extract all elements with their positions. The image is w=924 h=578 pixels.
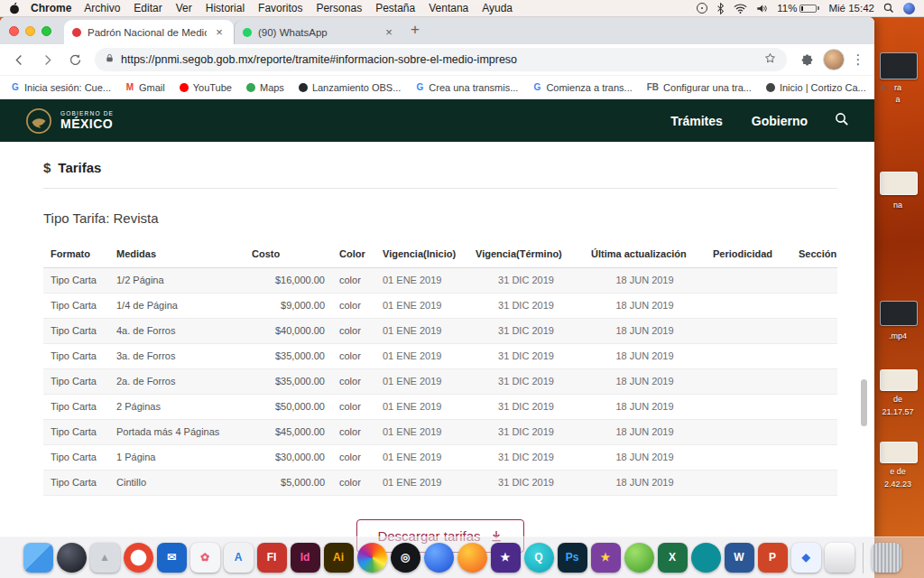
- menubar-item[interactable]: Editar: [134, 2, 162, 14]
- dock-icon-flash[interactable]: Fl: [257, 543, 287, 573]
- new-tab-button[interactable]: +: [403, 19, 427, 42]
- table-row[interactable]: Tipo Carta1/4 de Página$9,000.00color01 …: [43, 294, 837, 319]
- menubar-item[interactable]: Archivo: [84, 2, 120, 14]
- bookmark-item[interactable]: FBConfigurar una tra...: [647, 82, 752, 93]
- table-row[interactable]: Tipo CartaCintillo$5,000.00color01 ENE 2…: [43, 471, 837, 496]
- extensions-puzzle-icon[interactable]: [795, 48, 818, 71]
- menubar-item[interactable]: Ayuda: [482, 2, 513, 14]
- site-nav-item[interactable]: Trámites: [670, 114, 723, 128]
- volume-icon[interactable]: [756, 4, 768, 14]
- status-dial-icon[interactable]: [697, 3, 707, 14]
- bookmark-item[interactable]: Inicio | Cortizo Ca...: [766, 82, 866, 93]
- dock-icon-diamond-app[interactable]: ◆: [791, 543, 821, 573]
- close-window-button[interactable]: [9, 26, 19, 36]
- dock-icon-star-magenta-app[interactable]: ★: [591, 543, 621, 573]
- battery-indicator[interactable]: 11%: [777, 3, 819, 14]
- dock-icon-siri[interactable]: [57, 543, 87, 573]
- minimize-window-button[interactable]: [25, 26, 35, 36]
- siri-icon[interactable]: [903, 3, 915, 14]
- table-row[interactable]: Tipo Carta2a. de Forros$35,000.00color01…: [43, 369, 837, 395]
- gobierno-logo[interactable]: GOBIERNO DE MÉXICO: [25, 107, 114, 135]
- dock-icon-notes[interactable]: [825, 543, 855, 573]
- fullscreen-window-button[interactable]: [42, 26, 51, 36]
- dock-icon-red-ring-app[interactable]: [124, 543, 153, 573]
- page-scrollbar-thumb[interactable]: [861, 379, 867, 426]
- bookmark-item[interactable]: GComienza a trans...: [532, 82, 632, 93]
- dock-icon-teal-app[interactable]: [691, 543, 721, 573]
- desktop-file-thumbnail[interactable]: [880, 172, 918, 195]
- menubar-item[interactable]: Historial: [206, 2, 245, 14]
- menubar-item[interactable]: Pestaña: [375, 2, 415, 14]
- browser-menu-icon[interactable]: ⋮: [849, 51, 867, 68]
- bookmark-item[interactable]: GCrea una transmis...: [415, 82, 518, 93]
- url-text[interactable]: https://pnmi.segob.gob.mx/reporte/tramit…: [121, 53, 757, 66]
- back-button[interactable]: [7, 48, 31, 71]
- dock-icon-color-wheel[interactable]: [357, 543, 387, 573]
- table-cell: Tipo Carta: [43, 369, 109, 394]
- eagle-emblem-icon: [25, 107, 52, 135]
- profile-avatar[interactable]: [823, 49, 845, 70]
- site-search-icon[interactable]: [835, 112, 849, 130]
- dock-icon-illustrator[interactable]: Ai: [324, 543, 354, 573]
- dock-icon-blue-sphere-app[interactable]: [424, 543, 454, 573]
- apple-menu-icon[interactable]: [9, 2, 20, 14]
- dock-icon-trash[interactable]: [872, 543, 901, 573]
- dock-icon-excel[interactable]: X: [658, 543, 688, 573]
- dock-icon-mail[interactable]: ✉: [157, 543, 187, 573]
- table-cell: 01 ENE 2019: [375, 344, 468, 368]
- tab-close-icon[interactable]: ×: [213, 26, 226, 39]
- dock-icon-obs[interactable]: ◎: [391, 543, 420, 573]
- menubar-item[interactable]: Ver: [176, 2, 192, 14]
- desktop-file-label: a: [874, 95, 921, 104]
- dock-icon-quicktime[interactable]: Q: [524, 543, 554, 573]
- table-row[interactable]: Tipo Carta3a. de Forros$35,000.00color01…: [43, 344, 837, 369]
- desktop-file-thumbnail[interactable]: [880, 369, 918, 391]
- bookmark-star-icon[interactable]: [763, 51, 777, 69]
- table-cell: $35,000.00: [245, 344, 332, 368]
- column-header: Vigencia(Término): [468, 240, 584, 267]
- browser-tab[interactable]: (90) WhatsApp×: [234, 20, 403, 44]
- bluetooth-icon[interactable]: [716, 3, 725, 14]
- dock-icon-firefox[interactable]: [457, 543, 487, 573]
- menubar-app-name[interactable]: Chrome: [31, 2, 71, 14]
- bookmark-item[interactable]: Lanzamiento OBS...: [299, 82, 401, 93]
- dock-icon-green-sphere-app[interactable]: [624, 543, 654, 573]
- table-cell: $45,000.00: [245, 420, 332, 444]
- table-row[interactable]: Tipo CartaPortada más 4 Páginas$45,000.0…: [43, 420, 837, 445]
- table-row[interactable]: Tipo Carta4a. de Forros$40,000.00color01…: [43, 319, 837, 344]
- desktop-file-thumbnail[interactable]: [880, 442, 918, 463]
- dock-icon-indesign[interactable]: Id: [291, 543, 320, 573]
- padlock-icon[interactable]: [105, 51, 115, 68]
- reload-button[interactable]: [63, 48, 87, 71]
- dock-icon-star-purple-app[interactable]: ★: [491, 543, 521, 573]
- desktop-file-thumbnail[interactable]: [880, 301, 918, 326]
- desktop-file-thumbnail[interactable]: [880, 52, 918, 79]
- wifi-icon[interactable]: [734, 4, 747, 14]
- browser-tab[interactable]: Padrón Nacional de Medios Im×: [64, 20, 234, 44]
- address-bar[interactable]: https://pnmi.segob.gob.mx/reporte/tramit…: [95, 48, 787, 71]
- menubar-item[interactable]: Favoritos: [258, 2, 302, 14]
- menubar-item[interactable]: Personas: [316, 2, 362, 14]
- forward-button[interactable]: [35, 48, 59, 71]
- dock-icon-word[interactable]: W: [725, 543, 754, 573]
- bookmark-item[interactable]: MGmail: [125, 82, 165, 93]
- dock-icon-app-store[interactable]: A: [224, 543, 254, 573]
- menubar-clock[interactable]: Mié 15:42: [828, 3, 874, 14]
- bookmark-item[interactable]: GInicia sesión: Cue...: [11, 82, 111, 93]
- dock-icon-photoshop[interactable]: Ps: [558, 543, 587, 573]
- bookmark-item[interactable]: Maps: [246, 82, 284, 93]
- menubar-item[interactable]: Ventana: [429, 2, 468, 14]
- window-controls: [0, 26, 64, 36]
- spotlight-search-icon[interactable]: [883, 3, 894, 14]
- bookmark-item[interactable]: YouTube: [180, 82, 232, 93]
- dock-icon-powerpoint[interactable]: P: [758, 543, 788, 573]
- dock-icon-finder[interactable]: [23, 543, 53, 573]
- table-row[interactable]: Tipo Carta2 Páginas$50,000.00color01 ENE…: [43, 395, 837, 420]
- dock-icon-launchpad[interactable]: ▲: [90, 543, 120, 573]
- table-row[interactable]: Tipo Carta1 Página$30,000.00color01 ENE …: [43, 445, 837, 471]
- tab-close-icon[interactable]: ×: [383, 26, 395, 39]
- bookmarks-overflow-icon[interactable]: »: [881, 80, 887, 94]
- table-row[interactable]: Tipo Carta1/2 Página$16,000.00color01 EN…: [43, 268, 837, 294]
- dock-icon-photos[interactable]: ✿: [190, 543, 220, 573]
- site-nav-item[interactable]: Gobierno: [752, 114, 808, 128]
